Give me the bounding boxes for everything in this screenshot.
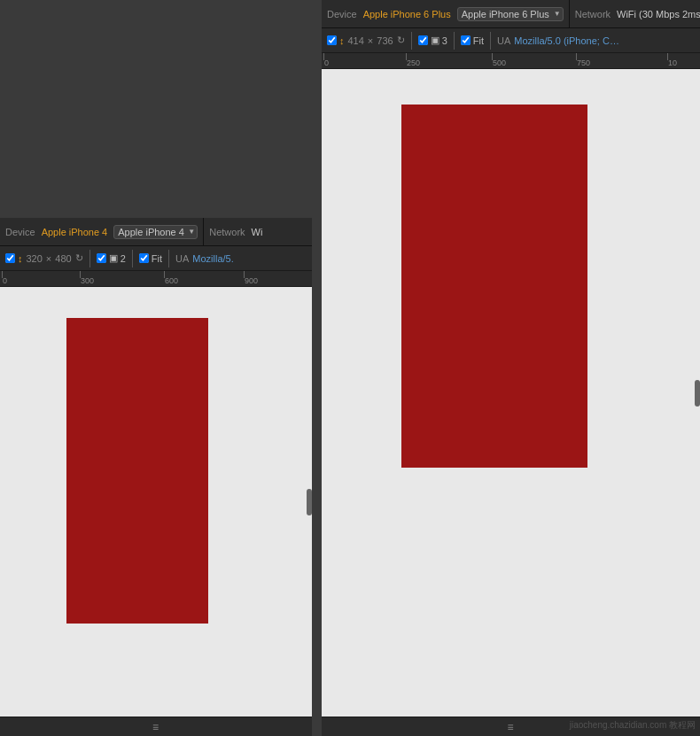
small-screenshot-count: 2 <box>121 253 126 264</box>
small-height: 480 <box>55 253 71 264</box>
small-viewport <box>0 287 312 717</box>
large-ruler-tick-1000: 10 <box>667 53 677 68</box>
small-red-rectangle <box>66 318 208 624</box>
large-ua-value: Mozilla/5.0 (iPhone; CPU iP <box>514 35 620 46</box>
large-ruler-line-0 <box>323 53 324 60</box>
small-screenshot-checkbox[interactable] <box>97 253 106 263</box>
large-height: 736 <box>377 35 393 46</box>
small-device-select[interactable]: Apple iPhone 4 <box>113 225 198 239</box>
large-device-section: Device Apple iPhone 6 Plus Apple iPhone … <box>322 0 570 27</box>
large-fit-check[interactable]: Fit <box>461 35 484 46</box>
small-ruler-tick-600: 600 <box>164 271 178 286</box>
large-ruler-line-250 <box>406 53 407 60</box>
small-fit-check[interactable]: Fit <box>139 253 162 264</box>
large-device-select[interactable]: Apple iPhone 6 Plus <box>457 7 564 21</box>
window-large: Device Apple iPhone 6 Plus Apple iPhone … <box>322 0 700 736</box>
large-hamburger-icon[interactable]: ≡ <box>507 721 514 733</box>
large-divider3 <box>490 32 491 50</box>
small-divider1 <box>89 250 90 267</box>
large-fit-checkbox[interactable] <box>461 35 471 45</box>
large-toolbar2: ↕ 414 × 736 ↻ ▣ 3 Fit UA Mozilla/5.0 (iP… <box>322 28 700 53</box>
large-device-label: Device <box>327 9 357 19</box>
large-network-value: WiFi (30 Mbps 2ms <box>617 9 700 19</box>
large-ruler-line-750 <box>576 53 577 60</box>
large-device-value: Apple iPhone 6 Plus <box>363 9 451 19</box>
large-ruler-line-1000 <box>667 53 668 60</box>
small-ruler: 0 300 600 900 <box>0 271 312 287</box>
small-network-label: Network <box>209 227 245 237</box>
large-toolbar-top: Device Apple iPhone 6 Plus Apple iPhone … <box>322 0 700 28</box>
large-screenshot-icon: ▣ <box>431 35 439 46</box>
small-ruler-line-900 <box>244 271 245 278</box>
small-width: 320 <box>27 253 43 264</box>
large-rotate-check[interactable]: ↕ <box>327 35 345 46</box>
small-rotate-icon: ↕ <box>18 253 23 264</box>
small-device-dropdown-wrapper[interactable]: Apple iPhone 4 ▼ <box>113 225 198 239</box>
watermark: jiaocheng.chazidian.com 教程网 <box>570 719 696 732</box>
small-rotate-checkbox[interactable] <box>5 253 15 263</box>
small-fit-label: Fit <box>152 253 162 264</box>
small-toolbar2: ↕ 320 × 480 ↻ ▣ 2 Fit UA Mozilla/5. <box>0 246 312 271</box>
small-network-value: Wi <box>252 227 263 237</box>
large-ruler-tick-250: 250 <box>406 53 420 68</box>
small-fit-checkbox[interactable] <box>139 253 149 263</box>
large-viewport <box>322 69 700 717</box>
small-ruler-tick-0: 0 <box>2 271 7 286</box>
small-screenshot-check[interactable]: ▣ 2 <box>97 252 126 264</box>
large-ruler-tick-500: 500 <box>492 53 506 68</box>
window-small: Device Apple iPhone 4 Apple iPhone 4 ▼ N… <box>0 218 312 736</box>
small-device-label: Device <box>5 227 35 237</box>
small-refresh-icon[interactable]: ↻ <box>75 252 83 264</box>
small-hamburger-icon[interactable]: ≡ <box>152 721 159 733</box>
large-divider1 <box>411 32 412 50</box>
large-ruler-line-500 <box>492 53 493 60</box>
large-screenshot-count: 3 <box>442 35 447 46</box>
small-ua-label: UA <box>175 253 189 264</box>
large-rotate-checkbox[interactable] <box>327 35 337 45</box>
large-scroll-handle[interactable] <box>695 380 700 407</box>
large-rotate-icon: ↕ <box>339 35 345 46</box>
large-screenshot-check[interactable]: ▣ 3 <box>418 35 447 46</box>
small-network-section: Network Wi <box>204 218 268 245</box>
small-ruler-tick-300: 300 <box>80 271 94 286</box>
small-scroll-handle[interactable] <box>307 489 312 515</box>
large-refresh-icon[interactable]: ↻ <box>397 35 405 46</box>
large-screenshot-checkbox[interactable] <box>418 35 428 45</box>
small-ruler-tick-900: 900 <box>244 271 258 286</box>
large-red-rectangle <box>401 105 587 468</box>
small-x-sep: × <box>46 253 51 264</box>
small-bottom-bar: ≡ <box>0 717 312 736</box>
large-network-label: Network <box>575 9 611 19</box>
small-rotate-check[interactable]: ↕ <box>5 253 23 264</box>
large-ruler-tick-750: 750 <box>576 53 590 68</box>
small-ruler-line-300 <box>80 271 81 278</box>
small-divider3 <box>168 250 169 267</box>
large-x-sep: × <box>368 35 373 46</box>
large-fit-label: Fit <box>473 35 484 46</box>
small-ruler-line-600 <box>164 271 165 278</box>
small-device-value: Apple iPhone 4 <box>42 227 108 237</box>
small-device-section: Device Apple iPhone 4 Apple iPhone 4 ▼ <box>0 218 204 245</box>
large-network-section: Network WiFi (30 Mbps 2ms <box>570 0 700 27</box>
small-divider2 <box>132 250 133 267</box>
large-device-dropdown-wrapper[interactable]: Apple iPhone 6 Plus ▼ <box>457 7 564 21</box>
large-width: 414 <box>348 35 364 46</box>
large-ruler: 0 250 500 750 10 <box>322 53 700 69</box>
large-ua-label: UA <box>497 35 510 46</box>
small-ruler-line-0 <box>2 271 3 278</box>
small-ua-value: Mozilla/5. <box>192 253 233 264</box>
large-divider2 <box>454 32 455 50</box>
large-ruler-tick-0: 0 <box>323 53 329 68</box>
small-toolbar-top: Device Apple iPhone 4 Apple iPhone 4 ▼ N… <box>0 218 312 246</box>
small-screenshot-icon: ▣ <box>109 252 118 264</box>
